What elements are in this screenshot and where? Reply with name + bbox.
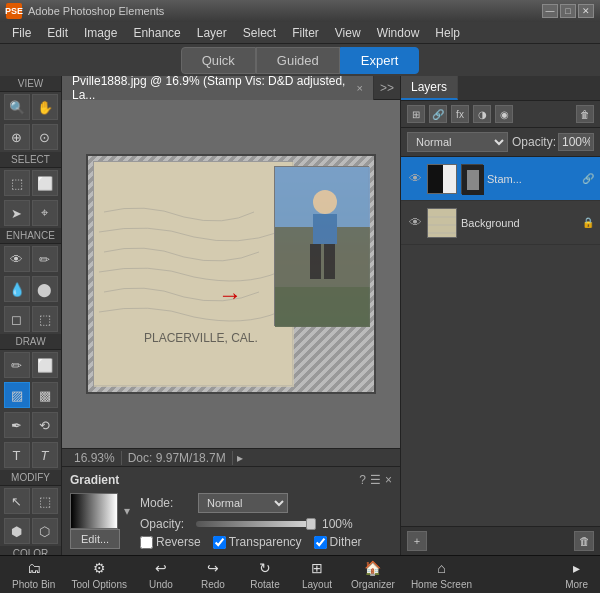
shape-tool[interactable]: ⟲ [32, 412, 58, 438]
svg-rect-11 [443, 165, 457, 194]
text-tool[interactable]: T [4, 442, 30, 468]
bottom-btn-photo-bin[interactable]: 🗂 Photo Bin [4, 557, 63, 592]
menu-window[interactable]: Window [369, 24, 428, 42]
layer-opacity-input[interactable] [558, 133, 594, 151]
menu-layer[interactable]: Layer [189, 24, 235, 42]
pen-tool[interactable]: ✒ [4, 412, 30, 438]
hand-tool[interactable]: ✋ [32, 94, 58, 120]
eyedropper-tool[interactable]: 👁 [4, 246, 30, 272]
adj-layer-icon[interactable]: ◉ [495, 105, 513, 123]
straighten-tool[interactable]: ⬡ [32, 518, 58, 544]
magic-wand-tool[interactable]: ➤ [4, 200, 30, 226]
menu-file[interactable]: File [4, 24, 39, 42]
bottom-btn-home-screen[interactable]: ⌂ Home Screen [403, 557, 480, 592]
layer-name: Stam... [487, 173, 578, 185]
reverse-checkbox-label[interactable]: Reverse [140, 535, 201, 549]
menu-edit[interactable]: Edit [39, 24, 76, 42]
mode-select[interactable]: Normal [198, 493, 288, 513]
gradient-dropdown-icon[interactable]: ▾ [124, 504, 130, 518]
tab-close-button[interactable]: × [357, 82, 363, 94]
crop-tool[interactable]: ⬚ [32, 488, 58, 514]
layer-visibility-icon[interactable]: 👁 [407, 171, 423, 187]
dodge-tool[interactable]: ◻ [4, 306, 30, 332]
tool-help-icon[interactable]: ? [359, 473, 366, 487]
photo-layer [274, 166, 369, 326]
opacity-slider[interactable] [196, 521, 316, 527]
mode-label: Mode: [140, 496, 190, 510]
pencil-tool[interactable]: ✏ [32, 246, 58, 272]
svg-rect-13 [467, 170, 479, 190]
burn-tool[interactable]: ⬚ [32, 306, 58, 332]
menu-help[interactable]: Help [427, 24, 468, 42]
eraser-tool[interactable]: ⬜ [32, 352, 58, 378]
edit-gradient-button[interactable]: Edit... [70, 529, 120, 549]
delete-layer-icon[interactable]: 🗑 [576, 105, 594, 123]
bottom-btn-organizer[interactable]: 🏠 Organizer [343, 557, 403, 592]
tab-layers[interactable]: Layers [401, 76, 458, 100]
mode-expert[interactable]: Expert [340, 47, 420, 74]
recompose-tool[interactable]: ⬢ [4, 518, 30, 544]
photo-bin-label: Photo Bin [12, 579, 55, 590]
delete-layer-bottom-icon[interactable]: 🗑 [574, 531, 594, 551]
gradient-swatch[interactable] [70, 493, 118, 529]
tool-panel-close-icon[interactable]: × [385, 473, 392, 487]
bottom-btn-more[interactable]: ▸ More [557, 557, 596, 592]
menu-filter[interactable]: Filter [284, 24, 327, 42]
bottom-btn-undo[interactable]: ↩ Undo [135, 557, 187, 592]
title-bar-controls[interactable]: — □ ✕ [542, 4, 594, 18]
blur-tool[interactable]: 💧 [4, 276, 30, 302]
paint-bucket-tool[interactable]: ▩ [32, 382, 58, 408]
canvas-area[interactable]: PLACERVILLE, CAL. [62, 100, 400, 448]
gradient-tool[interactable]: ▨ [4, 382, 30, 408]
red-arrow-indicator [218, 286, 278, 304]
move-tool[interactable]: ↖ [4, 488, 30, 514]
menu-view[interactable]: View [327, 24, 369, 42]
opacity-label: Opacity: [140, 517, 190, 531]
quick-sel-tool[interactable]: ⌖ [32, 200, 58, 226]
svg-rect-8 [310, 244, 321, 279]
bottom-btn-rotate[interactable]: ↻ Rotate [239, 557, 291, 592]
link-layers-icon[interactable]: 🔗 [429, 105, 447, 123]
blend-mode-select[interactable]: Normal [407, 132, 508, 152]
mask-icon[interactable]: ◑ [473, 105, 491, 123]
bottom-btn-tool-options[interactable]: ⚙ Tool Options [63, 557, 135, 592]
minimize-button[interactable]: — [542, 4, 558, 18]
opacity-slider-thumb[interactable] [306, 518, 316, 530]
text-mask-tool[interactable]: T [32, 442, 58, 468]
layer-visibility-icon[interactable]: 👁 [407, 215, 423, 231]
transparency-checkbox-label[interactable]: Transparency [213, 535, 302, 549]
close-button[interactable]: ✕ [578, 4, 594, 18]
rotate-label: Rotate [250, 579, 279, 590]
zoom-out-tool[interactable]: ⊙ [32, 124, 58, 150]
maximize-button[interactable]: □ [560, 4, 576, 18]
tool-list-icon[interactable]: ☰ [370, 473, 381, 487]
dither-checkbox-label[interactable]: Dither [314, 535, 362, 549]
mode-guided[interactable]: Guided [256, 47, 340, 74]
mode-quick[interactable]: Quick [181, 47, 256, 74]
zoom-in-tool[interactable]: ⊕ [4, 124, 30, 150]
marquee-tool[interactable]: ⬚ [4, 170, 30, 196]
dither-checkbox[interactable] [314, 536, 327, 549]
lasso-tool[interactable]: ⬜ [32, 170, 58, 196]
brush-tool[interactable]: ✏ [4, 352, 30, 378]
transparency-checkbox[interactable] [213, 536, 226, 549]
doc-arrow[interactable]: ▸ [233, 451, 243, 465]
svg-rect-5 [275, 287, 370, 327]
layer-item[interactable]: 👁 Stam... 🔗 [401, 157, 600, 201]
tab-overflow-button[interactable]: >> [374, 81, 400, 95]
menu-select[interactable]: Select [235, 24, 284, 42]
tool-options-title: Gradient [70, 473, 119, 487]
draw-tools-row4: T T [0, 440, 61, 470]
new-group-icon[interactable]: ⊞ [407, 105, 425, 123]
bottom-btn-layout[interactable]: ⊞ Layout [291, 557, 343, 592]
section-color: COLOR [0, 546, 61, 555]
reverse-checkbox[interactable] [140, 536, 153, 549]
layer-item[interactable]: 👁 Background 🔒 [401, 201, 600, 245]
new-layer-icon[interactable]: + [407, 531, 427, 551]
fx-icon[interactable]: fx [451, 105, 469, 123]
menu-image[interactable]: Image [76, 24, 125, 42]
smudge-tool[interactable]: ⬤ [32, 276, 58, 302]
zoom-tool[interactable]: 🔍 [4, 94, 30, 120]
bottom-btn-redo[interactable]: ↪ Redo [187, 557, 239, 592]
menu-enhance[interactable]: Enhance [125, 24, 188, 42]
